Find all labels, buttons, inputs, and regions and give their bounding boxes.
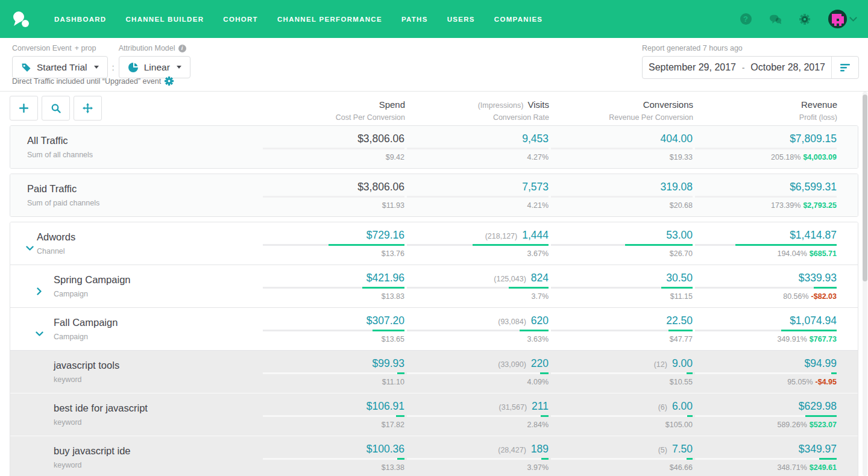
revenue-cell: $94.99 95.05%-$4.95 bbox=[693, 357, 837, 386]
cell-sub-value: 348.71% bbox=[777, 463, 807, 472]
table-row[interactable]: javascript tools keyword $99.93 $11.10 (… bbox=[10, 350, 858, 393]
conversion-event-select[interactable]: Started Trial bbox=[12, 56, 108, 78]
cell-sub-value: 589.26% bbox=[777, 421, 807, 429]
nav-item-companies[interactable]: COMPANIES bbox=[485, 10, 553, 29]
nav-item-channel-builder[interactable]: CHANNEL BUILDER bbox=[116, 10, 213, 29]
chat-icon[interactable] bbox=[769, 13, 781, 25]
value-bar bbox=[407, 458, 549, 460]
date-start: September 29, 2017 bbox=[649, 62, 736, 73]
value-bar bbox=[695, 244, 837, 246]
settings-gear-icon[interactable] bbox=[165, 77, 174, 86]
cell-value: 53.00 bbox=[666, 229, 693, 241]
cell-sub-value: $47.77 bbox=[670, 335, 693, 343]
conversions-cell: (6)6.00 $105.00 bbox=[549, 400, 693, 429]
nav-item-channel-performance[interactable]: CHANNEL PERFORMANCE bbox=[268, 10, 392, 29]
nav-item-dashboard[interactable]: DASHBOARD bbox=[45, 10, 116, 29]
column-header-visits: (Impressions)Visits Conversion Rate bbox=[405, 94, 549, 122]
cell-value: 6.00 bbox=[672, 400, 693, 412]
value-bar bbox=[695, 148, 837, 149]
visits-cell: (218,127)1,444 3.67% bbox=[404, 229, 549, 258]
table-row[interactable]: best ide for javascript keyword $106.91 … bbox=[10, 393, 858, 436]
row-subtitle: Channel bbox=[37, 247, 260, 255]
cell-value: $7,809.15 bbox=[790, 133, 837, 145]
column-subtitle: Cost Per Conversion bbox=[261, 113, 405, 122]
nav-item-paths[interactable]: PATHS bbox=[392, 10, 438, 29]
info-icon[interactable]: i bbox=[178, 45, 186, 52]
date-range-picker: September 29, 2017 - October 28, 2017 bbox=[642, 56, 859, 79]
scrollbar-thumb[interactable] bbox=[863, 95, 867, 281]
date-range-value[interactable]: September 29, 2017 - October 28, 2017 bbox=[643, 62, 831, 73]
spend-cell: $99.93 $11.10 bbox=[260, 357, 404, 386]
nav-item-users[interactable]: USERS bbox=[438, 10, 485, 29]
revenue-cell: $6,599.31 173.39%$2,793.25 bbox=[693, 181, 837, 210]
cell-sub-value: 95.05% bbox=[787, 378, 813, 386]
reorder-button[interactable] bbox=[74, 96, 102, 121]
table-row[interactable]: buy javascript ide keyword $100.36 $13.3… bbox=[10, 436, 858, 476]
cell-value: $339.93 bbox=[799, 272, 837, 284]
value-bar bbox=[695, 372, 837, 374]
conversion-event-value: Started Trial bbox=[37, 62, 87, 73]
table-row[interactable]: Fall Campaign Campaign $307.20 $13.65 (9… bbox=[10, 307, 858, 350]
add-channel-button[interactable] bbox=[10, 96, 38, 121]
table-row[interactable]: Paid Traffic Sum of paid channels $3,806… bbox=[10, 174, 858, 216]
spend-cell: $3,806.06 $9.42 bbox=[260, 133, 404, 161]
add-prop-button[interactable]: + prop bbox=[75, 44, 96, 52]
revenue-cell: $1,414.87 194.04%$685.71 bbox=[693, 229, 837, 258]
date-options-button[interactable] bbox=[832, 64, 858, 72]
cell-sub-value: 205.18% bbox=[771, 153, 800, 161]
user-menu[interactable] bbox=[828, 10, 856, 28]
visits-cell: 9,453 4.27% bbox=[404, 133, 549, 161]
spend-cell: $421.96 $13.83 bbox=[260, 272, 404, 301]
attribution-logo[interactable] bbox=[12, 10, 30, 29]
cell-value: $307.20 bbox=[366, 315, 404, 327]
table-row[interactable]: Adwords Channel $729.16 $13.76 (218,127)… bbox=[10, 222, 858, 265]
cell-sub-value: $11.10 bbox=[382, 378, 404, 386]
pie-chart-icon bbox=[128, 62, 139, 73]
table-toolbar bbox=[10, 96, 102, 121]
visits-cell: (125,043)824 3.7% bbox=[404, 272, 549, 301]
cards: All Traffic Sum of all channels $3,806.0… bbox=[0, 125, 868, 476]
spend-cell: $106.91 $17.82 bbox=[260, 400, 404, 429]
gear-icon[interactable] bbox=[799, 13, 811, 25]
cell-sub-value: $11.93 bbox=[382, 201, 404, 210]
plus-icon bbox=[19, 104, 28, 113]
cell-sub-value: 4.27% bbox=[527, 153, 549, 161]
conversions-cell: 22.50 $47.77 bbox=[549, 315, 693, 343]
profit-value: $685.71 bbox=[810, 249, 837, 258]
cell-paren-value: (125,043) bbox=[494, 275, 526, 283]
search-button[interactable] bbox=[42, 96, 70, 121]
cell-sub-value: 3.7% bbox=[532, 292, 549, 301]
value-bar bbox=[551, 287, 693, 289]
value-bar bbox=[407, 196, 549, 198]
cell-value: $99.93 bbox=[372, 357, 404, 369]
filter-separator: : bbox=[112, 62, 115, 72]
table-row[interactable]: All Traffic Sum of all channels $3,806.0… bbox=[10, 126, 858, 168]
row-title: javascript tools bbox=[54, 360, 260, 371]
value-bar bbox=[551, 148, 693, 149]
value-bar bbox=[551, 415, 693, 417]
cell-sub-value: $46.66 bbox=[670, 463, 693, 472]
conversions-cell: (12)9.00 $10.55 bbox=[549, 357, 693, 386]
row-subtitle: Campaign bbox=[54, 290, 260, 298]
report-controls: Conversion Event + prop Started Trial : … bbox=[0, 38, 868, 91]
row-subtitle: keyword bbox=[54, 461, 260, 469]
column-title: Conversions bbox=[643, 99, 693, 110]
row-title: best ide for javascript bbox=[54, 402, 260, 414]
chevron-down-icon[interactable] bbox=[36, 328, 43, 339]
cell-value: $100.36 bbox=[366, 443, 404, 455]
cell-paren-value: (31,567) bbox=[499, 403, 527, 412]
attribution-model-select[interactable]: Linear bbox=[119, 56, 190, 78]
chevron-right-icon[interactable] bbox=[36, 286, 43, 296]
chevron-down-icon[interactable] bbox=[26, 243, 34, 254]
cell-sub-value: $26.70 bbox=[670, 249, 693, 258]
value-bar bbox=[407, 330, 549, 331]
spend-cell: $307.20 $13.65 bbox=[260, 315, 404, 343]
attribution-model-label-text: Attribution Model bbox=[119, 44, 175, 52]
nav-item-cohort[interactable]: COHORT bbox=[213, 10, 268, 29]
cell-sub-value: 4.21% bbox=[527, 201, 549, 210]
value-bar bbox=[407, 148, 549, 149]
table-row[interactable]: Spring Campaign Campaign $421.96 $13.83 … bbox=[10, 265, 858, 307]
avatar[interactable] bbox=[828, 10, 847, 28]
help-icon[interactable]: ? bbox=[740, 13, 752, 25]
vertical-scrollbar bbox=[863, 92, 867, 476]
